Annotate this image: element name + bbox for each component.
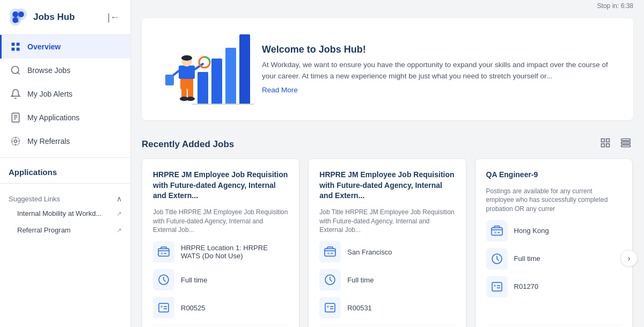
job-req-2: R01270: [486, 276, 621, 297]
welcome-title: Welcome to Jobs Hub!: [262, 44, 620, 55]
svg-rect-24: [187, 77, 193, 89]
sidebar-item-my-job-alerts[interactable]: My Job Alerts: [0, 82, 130, 106]
svg-rect-23: [180, 77, 187, 89]
referrals-icon: [10, 136, 21, 147]
job-title-1: HRPRE JM Employee Job Requisition with F…: [319, 170, 455, 201]
sidebar-logo: + Jobs Hub: [9, 8, 75, 27]
welcome-illustration: [155, 29, 251, 110]
sidebar-item-my-applications[interactable]: My Applications: [0, 106, 130, 129]
location-text-0: HRPRE Location 1: HRPRE WATS (Do Not Use…: [181, 244, 288, 260]
welcome-body: At Workday, we want to ensure you have t…: [262, 60, 620, 82]
location-text-2: Hong Kong: [514, 227, 549, 235]
svg-rect-37: [606, 139, 610, 142]
job-desc-2: Postings are available for any current e…: [486, 187, 621, 214]
recently-added-title: Recently Added Jobs: [142, 139, 234, 150]
svg-rect-8: [17, 43, 20, 46]
view-job-link-2[interactable]: View Job: [486, 325, 621, 327]
location-icon-0: [153, 241, 174, 263]
req-text-2: R01270: [514, 282, 539, 290]
req-text-1: R00531: [347, 304, 372, 312]
req-icon-2: [486, 276, 508, 297]
req-icon-0: [153, 297, 174, 318]
svg-rect-60: [494, 231, 496, 234]
job-card-0: HRPRE JM Employee Job Requisition with F…: [142, 158, 299, 327]
recently-added-section-header: Recently Added Jobs: [131, 127, 644, 158]
job-req-1: R00531: [319, 297, 455, 318]
svg-text:+: +: [17, 19, 19, 24]
main-content: Stop in: 6:38: [131, 0, 644, 327]
search-icon: [10, 65, 21, 76]
carousel-next-button[interactable]: ›: [620, 250, 638, 267]
sidebar-title: Jobs Hub: [33, 12, 75, 23]
job-title-2: QA Engineer-9: [486, 170, 621, 180]
svg-rect-10: [17, 48, 20, 51]
svg-rect-42: [621, 145, 631, 147]
time-text-1: Full time: [347, 276, 374, 284]
svg-rect-38: [602, 144, 605, 147]
stop-timer: Stop in: 6:38: [597, 2, 633, 10]
svg-rect-19: [211, 59, 222, 104]
sidebar-item-my-referrals[interactable]: My Referrals: [0, 129, 130, 153]
grid-icon: [10, 41, 21, 52]
job-card-1: HRPRE JM Employee Job Requisition with F…: [308, 158, 466, 327]
time-icon-2: [486, 248, 508, 270]
sidebar-divider-1: [0, 157, 130, 158]
sidebar-applications-label: Applications: [0, 162, 130, 179]
svg-rect-41: [621, 142, 631, 143]
svg-point-64: [494, 285, 496, 287]
svg-rect-18: [197, 72, 208, 104]
svg-rect-9: [12, 48, 15, 51]
sidebar-item-my-job-alerts-label: My Job Alerts: [27, 90, 72, 98]
sidebar-item-overview[interactable]: Overview: [0, 35, 130, 59]
read-more-link[interactable]: Read More: [262, 86, 298, 94]
job-location-0: HRPRE Location 1: HRPRE WATS (Do Not Use…: [153, 241, 288, 263]
sidebar-item-internal-mobility[interactable]: Internal Mobility at Workd... ↗: [0, 205, 130, 222]
time-text-0: Full time: [181, 276, 207, 284]
svg-rect-32: [181, 88, 187, 98]
req-icon-1: [319, 297, 341, 318]
sidebar-item-my-referrals-label: My Referrals: [27, 137, 70, 146]
suggested-links-label: Suggested Links: [9, 195, 60, 203]
svg-rect-44: [161, 252, 163, 255]
view-job-link-0[interactable]: View Job: [153, 325, 288, 327]
external-link-icon: ↗: [116, 210, 122, 217]
time-icon-0: [153, 269, 174, 290]
svg-rect-55: [325, 303, 335, 312]
grid-view-button[interactable]: [618, 135, 633, 153]
external-link-icon-2: ↗: [116, 227, 122, 234]
svg-point-48: [160, 306, 163, 308]
svg-rect-63: [492, 282, 502, 291]
job-location-1: San Francisco: [319, 241, 455, 263]
jobs-hub-logo-icon: +: [9, 8, 28, 27]
top-bar: Stop in: 6:38: [131, 0, 644, 12]
list-view-button[interactable]: [598, 135, 613, 153]
jobs-list: HRPRE JM Employee Job Requisition with F…: [131, 158, 644, 327]
welcome-text: Welcome to Jobs Hub! At Workday, we want…: [262, 44, 620, 95]
time-text-2: Full time: [514, 255, 540, 263]
svg-rect-21: [239, 34, 250, 104]
req-text-0: R00525: [181, 304, 206, 312]
welcome-card: Welcome to Jobs Hub! At Workday, we want…: [142, 18, 633, 120]
svg-rect-33: [188, 88, 193, 98]
sidebar-item-my-applications-label: My Applications: [27, 113, 79, 122]
view-job-link-1[interactable]: View Job: [319, 325, 455, 327]
svg-rect-7: [12, 43, 15, 46]
job-title-0: HRPRE JM Employee Job Requisition with F…: [153, 170, 288, 201]
referral-program-label: Referral Program: [17, 226, 71, 234]
bell-icon: [10, 89, 21, 99]
internal-mobility-label: Internal Mobility at Workd...: [17, 209, 101, 217]
svg-point-56: [327, 306, 329, 308]
sidebar-item-referral-program[interactable]: Referral Program ↗: [0, 222, 130, 238]
job-desc-1: Job Title HRPRE JM Employee Job Requisit…: [319, 208, 455, 235]
list-view-icon: [600, 137, 611, 148]
svg-rect-36: [602, 139, 605, 142]
svg-point-11: [12, 67, 19, 74]
job-req-0: R00525: [153, 297, 288, 318]
sidebar-collapse-button[interactable]: |←: [105, 10, 122, 25]
svg-rect-40: [621, 139, 631, 141]
job-time-1: Full time: [319, 269, 455, 290]
sidebar-item-browse-jobs[interactable]: Browse Jobs: [0, 59, 130, 82]
chevron-up-icon: ∧: [116, 194, 122, 203]
svg-point-3: [12, 11, 18, 17]
section-actions: [598, 135, 633, 153]
